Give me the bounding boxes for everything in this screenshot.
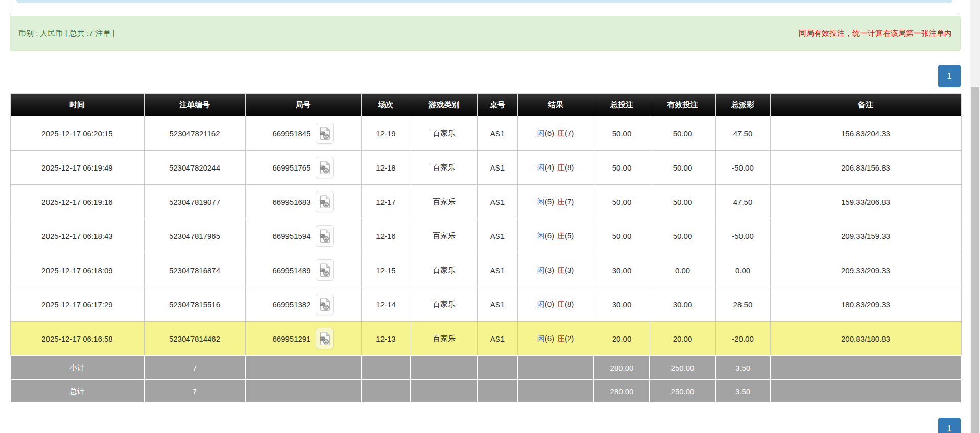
bet-id-cell: 523047821162 bbox=[144, 116, 245, 151]
result-cell: 闲(6)庄(7) bbox=[517, 116, 594, 151]
banker-label: 庄 bbox=[557, 129, 565, 137]
session-cell: 12-16 bbox=[361, 219, 411, 253]
vertical-scrollbar[interactable] bbox=[970, 0, 980, 433]
bet-id-cell: 523047819077 bbox=[144, 185, 245, 219]
result-cell: 闲(3)庄(3) bbox=[517, 253, 594, 287]
session-cell: 12-13 bbox=[361, 322, 411, 356]
notice-text: 同局有效投注，统一计算在该局第一张注单内 bbox=[799, 29, 952, 38]
total-bet-cell: 50.00 bbox=[594, 116, 650, 151]
game-id-cell: 669951291 bbox=[245, 322, 361, 356]
player-score: (6) bbox=[545, 231, 554, 240]
time-cell: 2025-12-17 06:16:58 bbox=[10, 322, 144, 356]
video-replay-button[interactable] bbox=[316, 328, 334, 349]
game-type-cell: 百家乐 bbox=[411, 253, 477, 287]
banker-score: (8) bbox=[565, 163, 574, 172]
bet-id-cell: 523047820244 bbox=[144, 151, 245, 185]
subtotal-label: 小计 bbox=[10, 356, 144, 379]
player-score: (5) bbox=[545, 197, 554, 206]
film-file-icon bbox=[319, 229, 330, 243]
table-row: 2025-12-17 06:16:58 523047814462 6699512… bbox=[10, 322, 961, 356]
currency-summary-text: 币别 : 人民币 | 总共 :7 注单 | bbox=[18, 29, 115, 38]
game-type-cell: 百家乐 bbox=[411, 151, 477, 185]
game-id-cell: 669951845 bbox=[245, 116, 361, 151]
header-table-no: 桌号 bbox=[477, 94, 517, 116]
game-id-text: 669951765 bbox=[272, 163, 310, 172]
total-row: 总计 7 280.00 250.00 3.50 bbox=[10, 379, 961, 403]
video-replay-button[interactable] bbox=[316, 157, 334, 178]
valid-bet-cell: 20.00 bbox=[650, 322, 715, 356]
table-no-cell: AS1 bbox=[477, 116, 517, 151]
game-id-text: 669951845 bbox=[272, 129, 310, 138]
header-total-bet: 总投注 bbox=[594, 94, 650, 116]
time-cell: 2025-12-17 06:19:16 bbox=[10, 185, 144, 219]
table-no-cell: AS1 bbox=[477, 287, 517, 322]
valid-bet-cell: 30.00 bbox=[650, 287, 715, 322]
game-type-cell: 百家乐 bbox=[411, 116, 477, 151]
game-id-text: 669951489 bbox=[272, 266, 310, 275]
payout-cell: -20.00 bbox=[715, 322, 770, 356]
pagination-bottom: 1 bbox=[938, 418, 961, 433]
remark-cell: 200.83/180.83 bbox=[770, 322, 961, 356]
film-file-icon bbox=[319, 263, 330, 277]
session-cell: 12-14 bbox=[361, 287, 411, 322]
header-game-id: 局号 bbox=[245, 94, 361, 116]
table-header-row: 时间 注单编号 局号 场次 游戏类别 桌号 结果 总投注 有效投注 总派彩 备注 bbox=[10, 94, 961, 116]
total-bet-cell: 30.00 bbox=[594, 287, 650, 322]
game-id-cell: 669951382 bbox=[245, 287, 361, 322]
valid-bet-cell: 50.00 bbox=[650, 219, 715, 253]
video-replay-button[interactable] bbox=[316, 259, 334, 281]
total-payout: 3.50 bbox=[715, 379, 770, 403]
header-session: 场次 bbox=[361, 94, 411, 116]
header-valid-bet: 有效投注 bbox=[650, 94, 715, 116]
valid-bet-cell: 50.00 bbox=[650, 116, 715, 151]
payout-cell: 47.50 bbox=[715, 185, 770, 219]
result-cell: 闲(4)庄(8) bbox=[517, 151, 594, 185]
page-button-1-bottom[interactable]: 1 bbox=[938, 418, 961, 433]
result-cell: 闲(5)庄(7) bbox=[517, 185, 594, 219]
remark-cell: 206.83/156.83 bbox=[770, 151, 961, 185]
valid-bet-cell: 50.00 bbox=[650, 185, 715, 219]
player-label: 闲 bbox=[537, 163, 545, 172]
total-valid-bet: 250.00 bbox=[650, 379, 715, 403]
valid-bet-cell: 0.00 bbox=[650, 253, 715, 287]
player-label: 闲 bbox=[537, 231, 545, 240]
bet-id-cell: 523047816874 bbox=[144, 253, 245, 287]
player-score: (6) bbox=[545, 129, 554, 137]
table-row: 2025-12-17 06:18:09 523047816874 6699514… bbox=[10, 253, 961, 287]
film-file-icon bbox=[319, 127, 330, 140]
remark-cell: 209.33/159.33 bbox=[770, 219, 961, 253]
game-type-cell: 百家乐 bbox=[411, 287, 477, 322]
table-row: 2025-12-17 06:17:29 523047815516 6699513… bbox=[10, 287, 961, 322]
video-replay-button[interactable] bbox=[316, 225, 334, 247]
subtotal-row: 小计 7 280.00 250.00 3.50 bbox=[10, 356, 961, 379]
player-label: 闲 bbox=[537, 300, 545, 308]
video-replay-button[interactable] bbox=[316, 294, 334, 315]
panel-header-strip bbox=[16, 0, 952, 3]
summary-banner: 币别 : 人民币 | 总共 :7 注单 | 同局有效投注，统一计算在该局第一张注… bbox=[10, 16, 961, 51]
page-button-1[interactable]: 1 bbox=[938, 65, 961, 87]
time-cell: 2025-12-17 06:19:49 bbox=[10, 151, 144, 185]
game-id-cell: 669951489 bbox=[245, 253, 361, 287]
total-bet-cell: 20.00 bbox=[594, 322, 650, 356]
bet-id-cell: 523047814462 bbox=[144, 322, 245, 356]
remark-cell: 209.33/209.33 bbox=[770, 253, 961, 287]
game-type-cell: 百家乐 bbox=[411, 219, 477, 253]
header-remark: 备注 bbox=[770, 94, 961, 116]
table-no-cell: AS1 bbox=[477, 219, 517, 253]
scrollbar-thumb[interactable] bbox=[971, 87, 979, 433]
game-id-text: 669951382 bbox=[272, 300, 310, 309]
table-no-cell: AS1 bbox=[477, 151, 517, 185]
table-no-cell: AS1 bbox=[477, 322, 517, 356]
time-cell: 2025-12-17 06:18:09 bbox=[10, 253, 144, 287]
video-replay-button[interactable] bbox=[316, 123, 334, 144]
total-bet-cell: 30.00 bbox=[594, 253, 650, 287]
header-result: 结果 bbox=[517, 94, 594, 116]
result-cell: 闲(6)庄(2) bbox=[517, 322, 594, 356]
pagination-top: 1 bbox=[938, 65, 961, 87]
table-row: 2025-12-17 06:19:49 523047820244 6699517… bbox=[10, 151, 961, 185]
payout-cell: -50.00 bbox=[715, 151, 770, 185]
subtotal-count: 7 bbox=[144, 356, 245, 379]
bet-id-cell: 523047817965 bbox=[144, 219, 245, 253]
banker-score: (2) bbox=[565, 334, 574, 343]
video-replay-button[interactable] bbox=[316, 191, 334, 212]
